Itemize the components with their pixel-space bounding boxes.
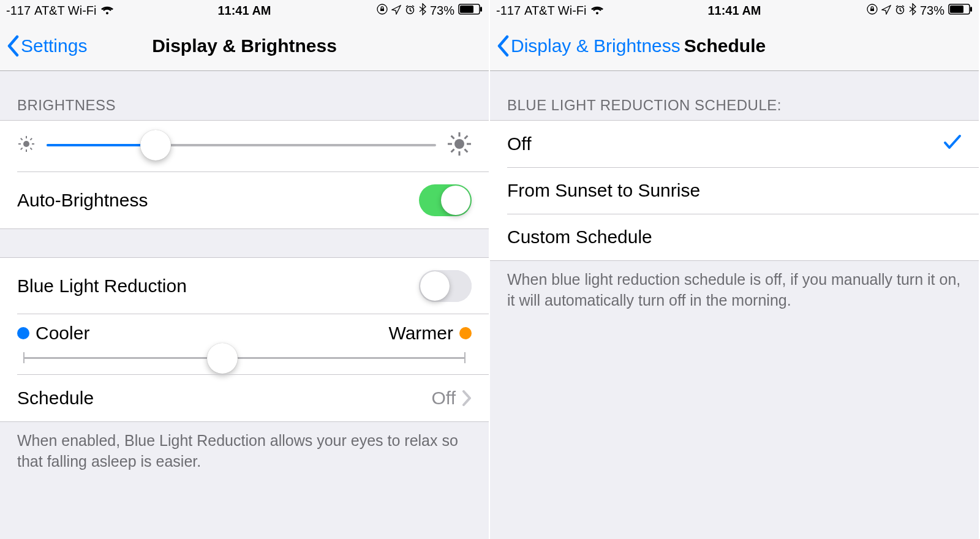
schedule-option-custom[interactable]: Custom Schedule <box>490 214 979 260</box>
cooler-dot-icon <box>17 327 29 339</box>
blue-light-reduction-label: Blue Light Reduction <box>17 276 187 296</box>
svg-line-22 <box>465 136 468 139</box>
color-temperature-slider[interactable] <box>23 357 466 359</box>
alarm-icon <box>405 4 415 18</box>
back-label: Display & Brightness <box>511 36 680 56</box>
battery-icon <box>458 4 483 18</box>
status-time: 11:41 AM <box>707 4 761 18</box>
blue-light-footer: When enabled, Blue Light Reduction allow… <box>0 422 489 484</box>
page-title: Schedule <box>684 36 766 56</box>
signal-strength: -117 <box>496 4 521 18</box>
blue-light-reduction-cell: Blue Light Reduction <box>0 258 489 314</box>
status-bar: -117 AT&T Wi-Fi 11:41 AM 73% <box>0 0 489 21</box>
orientation-lock-icon <box>377 4 388 18</box>
location-icon <box>881 4 891 18</box>
svg-line-21 <box>451 149 454 153</box>
nav-bar: Display & Brightness Schedule <box>490 21 979 71</box>
svg-line-10 <box>21 138 23 140</box>
page-title: Display & Brightness <box>152 36 337 56</box>
option-label: Off <box>507 134 531 154</box>
svg-rect-3 <box>460 6 473 13</box>
wifi-icon <box>590 6 604 15</box>
svg-rect-27 <box>970 7 972 12</box>
brightness-slider-cell <box>0 121 489 172</box>
color-temperature-cell: Cooler Warmer <box>0 314 489 375</box>
auto-brightness-cell: Auto-Brightness <box>0 172 489 228</box>
battery-pct: 73% <box>920 4 944 18</box>
svg-line-13 <box>30 138 32 140</box>
schedule-label: Schedule <box>17 388 94 409</box>
battery-icon <box>948 4 973 18</box>
status-bar: -117 AT&T Wi-Fi 11:41 AM 73% <box>490 0 979 21</box>
signal-strength: -117 <box>6 4 31 18</box>
chevron-left-icon <box>6 35 20 57</box>
svg-line-20 <box>465 149 468 153</box>
brightness-slider[interactable] <box>47 144 436 146</box>
option-label: Custom Schedule <box>507 227 652 247</box>
warmer-dot-icon <box>459 327 472 339</box>
blue-light-reduction-toggle[interactable] <box>419 270 472 302</box>
schedule-option-off[interactable]: Off <box>490 121 979 167</box>
warmer-label: Warmer <box>388 323 472 344</box>
back-button[interactable]: Display & Brightness <box>496 35 680 57</box>
checkmark-icon <box>943 134 962 154</box>
schedule-value: Off <box>432 388 456 409</box>
svg-line-19 <box>451 136 454 139</box>
sun-small-icon <box>17 135 36 156</box>
svg-rect-4 <box>480 7 482 12</box>
wifi-icon <box>100 6 114 15</box>
schedule-options-group: Off From Sunset to Sunrise Custom Schedu… <box>490 120 979 261</box>
screen-display-brightness: -117 AT&T Wi-Fi 11:41 AM 73% Settings Di… <box>0 0 490 539</box>
section-header-brightness: BRIGHTNESS <box>0 71 489 120</box>
svg-rect-26 <box>950 6 963 13</box>
auto-brightness-label: Auto-Brightness <box>17 190 148 211</box>
svg-point-14 <box>454 139 464 149</box>
carrier-label: AT&T Wi-Fi <box>524 4 586 18</box>
nav-bar: Settings Display & Brightness <box>0 21 489 71</box>
svg-line-11 <box>30 148 32 149</box>
schedule-option-sunset-sunrise[interactable]: From Sunset to Sunrise <box>490 167 979 214</box>
section-header-schedule: BLUE LIGHT REDUCTION SCHEDULE: <box>490 71 979 120</box>
brightness-group: Auto-Brightness <box>0 120 489 229</box>
schedule-footer: When blue light reduction schedule is of… <box>490 261 979 323</box>
bluetooth-icon <box>909 3 916 18</box>
auto-brightness-toggle[interactable] <box>419 184 472 216</box>
status-time: 11:41 AM <box>217 4 271 18</box>
location-icon <box>391 4 401 18</box>
cooler-label: Cooler <box>17 323 89 344</box>
svg-line-12 <box>21 148 23 149</box>
alarm-icon <box>895 4 905 18</box>
bluetooth-icon <box>419 3 426 18</box>
screen-schedule: -117 AT&T Wi-Fi 11:41 AM 73% Display & B… <box>490 0 980 539</box>
back-button[interactable]: Settings <box>6 35 87 57</box>
option-label: From Sunset to Sunrise <box>507 180 700 201</box>
sun-large-icon <box>447 132 472 159</box>
back-label: Settings <box>21 36 87 56</box>
chevron-right-icon <box>462 390 472 406</box>
schedule-cell[interactable]: Schedule Off <box>0 375 489 421</box>
battery-pct: 73% <box>430 4 454 18</box>
orientation-lock-icon <box>867 4 878 18</box>
blue-light-group: Blue Light Reduction Cooler Warmer Sched… <box>0 257 489 422</box>
carrier-label: AT&T Wi-Fi <box>34 4 96 18</box>
chevron-left-icon <box>496 35 510 57</box>
svg-point-5 <box>23 141 29 147</box>
